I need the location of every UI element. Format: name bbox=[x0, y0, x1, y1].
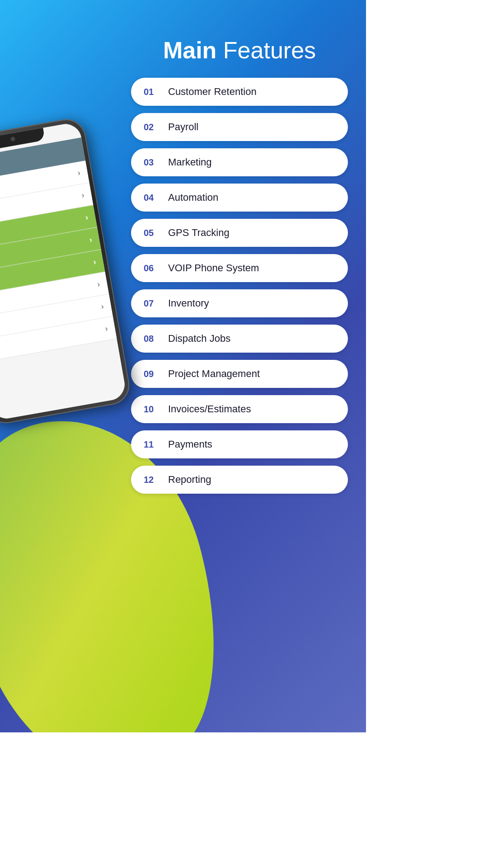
feature-number-10: 10 bbox=[144, 404, 160, 415]
feature-label-03: Marketing bbox=[168, 156, 212, 168]
feature-label-02: Payroll bbox=[168, 121, 198, 133]
feature-number-12: 12 bbox=[144, 475, 160, 485]
feature-item-07[interactable]: 07Inventory bbox=[131, 289, 348, 317]
feature-item-11[interactable]: 11Payments bbox=[131, 430, 348, 458]
feature-item-12[interactable]: 12Reporting bbox=[131, 466, 348, 494]
feature-number-06: 06 bbox=[144, 263, 160, 274]
chevron-icon-7: › bbox=[100, 302, 105, 311]
chevron-icon-1: › bbox=[77, 168, 81, 178]
feature-item-10[interactable]: 10Invoices/Estimates bbox=[131, 395, 348, 423]
feature-label-05: GPS Tracking bbox=[168, 227, 230, 239]
chevron-icon-5: › bbox=[93, 257, 97, 267]
feature-number-11: 11 bbox=[144, 439, 160, 450]
feature-item-04[interactable]: 04Automation bbox=[131, 184, 348, 212]
feature-item-01[interactable]: 01Customer Retention bbox=[131, 78, 348, 106]
page-title: Main Features bbox=[131, 36, 348, 64]
feature-label-04: Automation bbox=[168, 192, 218, 203]
chevron-icon-6: › bbox=[96, 279, 101, 289]
chevron-icon-8: › bbox=[104, 324, 109, 334]
feature-item-09[interactable]: 09Project Management bbox=[131, 360, 348, 388]
feature-label-01: Customer Retention bbox=[168, 86, 257, 98]
feature-label-08: Dispatch Jobs bbox=[168, 333, 230, 344]
feature-item-08[interactable]: 08Dispatch Jobs bbox=[131, 325, 348, 353]
feature-number-04: 04 bbox=[144, 193, 160, 203]
feature-label-11: Payments bbox=[168, 439, 212, 450]
feature-number-08: 08 bbox=[144, 334, 160, 344]
feature-number-05: 05 bbox=[144, 228, 160, 238]
feature-label-09: Project Management bbox=[168, 368, 260, 380]
title-bold: Main bbox=[163, 37, 216, 63]
chevron-icon-3: › bbox=[84, 212, 89, 222]
features-list: 01Customer Retention02Payroll03Marketing… bbox=[131, 78, 348, 494]
feature-label-10: Invoices/Estimates bbox=[168, 403, 251, 415]
chevron-icon-4: › bbox=[89, 235, 93, 245]
feature-number-02: 02 bbox=[144, 122, 160, 132]
chevron-icon-2: › bbox=[81, 190, 85, 200]
feature-label-07: Inventory bbox=[168, 297, 209, 309]
feature-item-03[interactable]: 03Marketing bbox=[131, 148, 348, 176]
feature-label-12: Reporting bbox=[168, 474, 211, 486]
feature-number-07: 07 bbox=[144, 298, 160, 309]
feature-label-06: VOIP Phone System bbox=[168, 262, 259, 274]
feature-number-03: 03 bbox=[144, 157, 160, 168]
feature-item-05[interactable]: 05GPS Tracking bbox=[131, 219, 348, 247]
feature-number-01: 01 bbox=[144, 87, 160, 97]
feature-item-02[interactable]: 02Payroll bbox=[131, 113, 348, 141]
feature-item-06[interactable]: 06VOIP Phone System bbox=[131, 254, 348, 282]
feature-number-09: 09 bbox=[144, 369, 160, 379]
title-light: Features bbox=[216, 37, 316, 63]
title-section: Main Features bbox=[131, 36, 348, 64]
